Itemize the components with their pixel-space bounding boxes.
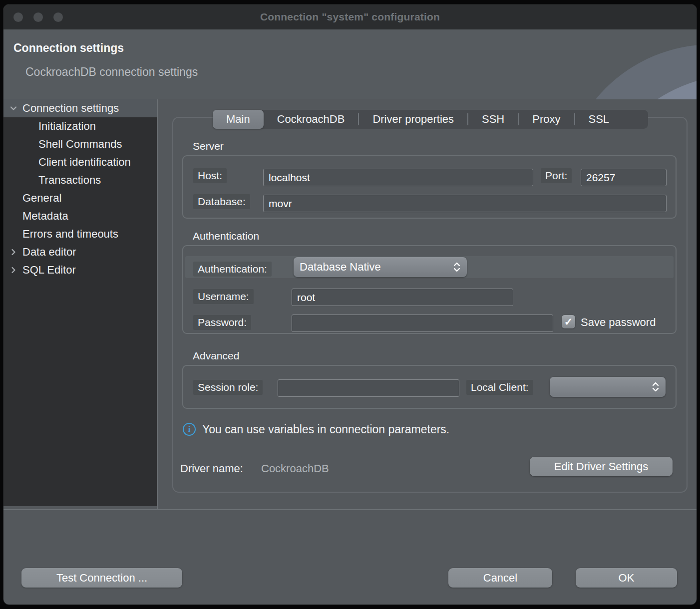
authentication-group: Authentication: Database Native Username… xyxy=(182,245,677,334)
info-message: You can use variables in connection para… xyxy=(202,423,449,436)
edit-driver-settings-button[interactable]: Edit Driver Settings xyxy=(530,457,673,476)
username-label: Username: xyxy=(193,289,254,304)
tree-item-errors-and-timeouts[interactable]: Errors and timeouts xyxy=(3,225,157,243)
password-input[interactable] xyxy=(292,314,553,332)
tree-item-transactions[interactable]: Transactions xyxy=(3,171,157,189)
database-input[interactable] xyxy=(263,195,667,212)
password-label: Password: xyxy=(193,315,251,330)
window-title: Connection "system" configuration xyxy=(260,11,440,23)
advanced-group-title: Advanced xyxy=(193,350,239,362)
tree-item-label: General xyxy=(22,192,61,205)
minimize-button[interactable] xyxy=(33,12,43,22)
tree-item-label: Initialization xyxy=(38,120,96,133)
advanced-group: Session role: Local Client: xyxy=(182,365,677,409)
session-role-input[interactable] xyxy=(278,379,459,397)
tab-bar: Main CockroachDB Driver properties SSH P… xyxy=(213,110,648,129)
screen-edge-strip xyxy=(0,605,700,609)
title-bar: Connection "system" configuration xyxy=(3,4,697,29)
database-label: Database: xyxy=(193,194,250,209)
tree-item-shell-commands[interactable]: Shell Commands xyxy=(3,135,157,153)
tab-main[interactable]: Main xyxy=(213,110,264,129)
tab-label: SSL xyxy=(589,113,610,126)
chevron-down-icon[interactable] xyxy=(8,103,18,113)
tab-ssh[interactable]: SSH xyxy=(468,110,518,129)
authentication-group-title: Authentication xyxy=(193,230,259,242)
tree-item-client-identification[interactable]: Client identification xyxy=(3,153,157,171)
info-icon xyxy=(183,423,196,436)
port-input[interactable] xyxy=(581,169,667,186)
authentication-label: Authentication: xyxy=(193,262,272,277)
tree-item-label: Shell Commands xyxy=(38,138,122,151)
authentication-select-value: Database Native xyxy=(300,261,381,274)
tree-item-label: Errors and timeouts xyxy=(22,228,118,241)
tree-item-label: Data editor xyxy=(22,246,76,259)
tab-label: Driver properties xyxy=(372,113,454,126)
cancel-button[interactable]: Cancel xyxy=(448,568,552,588)
connection-configuration-dialog: Connection "system" configuration Connec… xyxy=(3,4,697,605)
tree-item-label: SQL Editor xyxy=(22,264,76,277)
test-connection-button[interactable]: Test Connection ... xyxy=(21,568,182,588)
page-title: Connection settings xyxy=(13,41,124,55)
authentication-select[interactable]: Database Native xyxy=(294,257,467,277)
driver-name-value: CockroachDB xyxy=(261,462,329,475)
footer-divider xyxy=(3,509,697,510)
tab-label: Proxy xyxy=(532,113,560,126)
driver-name-label: Driver name: xyxy=(180,462,243,475)
tree-item-label: Client identification xyxy=(38,156,131,169)
session-role-label: Session role: xyxy=(193,380,263,395)
updown-chevron-icon xyxy=(652,381,660,392)
tree-item-initialization[interactable]: Initialization xyxy=(3,117,157,135)
tree-item-label: Connection settings xyxy=(22,102,119,115)
local-client-label: Local Client: xyxy=(466,380,533,395)
save-password-checkbox[interactable] xyxy=(562,315,575,328)
tab-label: Main xyxy=(226,113,250,126)
host-input[interactable] xyxy=(263,169,533,186)
tree-item-general[interactable]: General xyxy=(3,189,157,207)
page-subtitle: CockroachDB connection settings xyxy=(25,65,198,79)
zoom-button[interactable] xyxy=(53,12,63,22)
tree-item-metadata[interactable]: Metadata xyxy=(3,207,157,225)
settings-tree: Connection settings Initialization Shell… xyxy=(3,99,157,506)
tab-proxy[interactable]: Proxy xyxy=(519,110,574,129)
tab-label: SSH xyxy=(482,113,504,126)
chevron-right-icon[interactable] xyxy=(8,247,18,257)
dialog-header: Connection settings CockroachDB connecti… xyxy=(3,29,697,99)
port-label: Port: xyxy=(541,168,572,183)
tab-driver-properties[interactable]: Driver properties xyxy=(359,110,467,129)
tab-label: CockroachDB xyxy=(277,113,345,126)
tree-item-data-editor[interactable]: Data editor xyxy=(3,243,157,261)
tree-item-label: Metadata xyxy=(22,210,68,223)
server-group-title: Server xyxy=(193,140,224,152)
tree-item-sql-editor[interactable]: SQL Editor xyxy=(3,261,157,279)
chevron-right-icon[interactable] xyxy=(8,265,18,275)
save-password-label: Save password xyxy=(581,316,674,329)
host-label: Host: xyxy=(193,168,227,183)
tree-item-label: Transactions xyxy=(38,174,101,187)
header-swoosh-decoration xyxy=(537,29,697,99)
username-input[interactable] xyxy=(292,289,513,306)
tree-item-connection-settings[interactable]: Connection settings xyxy=(3,99,157,117)
updown-chevron-icon xyxy=(453,262,461,273)
server-group: Host: Port: Database: xyxy=(182,155,677,219)
sidebar-divider xyxy=(157,99,158,509)
tab-cockroachdb[interactable]: CockroachDB xyxy=(264,110,358,129)
window-controls xyxy=(13,4,63,29)
local-client-select[interactable] xyxy=(550,377,666,397)
ok-button[interactable]: OK xyxy=(576,568,677,588)
close-button[interactable] xyxy=(13,12,23,22)
tab-ssl[interactable]: SSL xyxy=(575,110,623,129)
